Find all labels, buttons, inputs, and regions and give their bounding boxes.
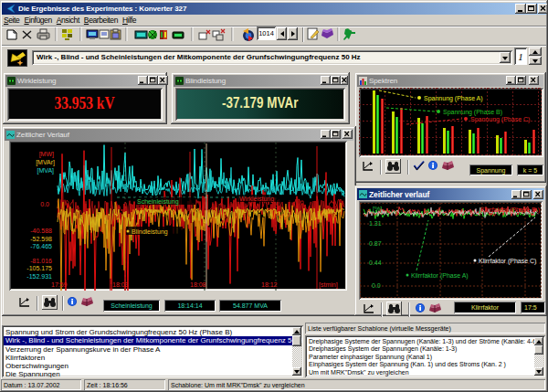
svg-text:[stmin]: [stmin] (319, 281, 338, 289)
svg-text:-105.175: -105.175 (26, 265, 52, 271)
svg-text:Wirkleistung: Wirkleistung (239, 196, 274, 203)
svg-text:-152.931: -152.931 (26, 273, 52, 280)
svg-text:-81.016: -81.016 (30, 258, 52, 264)
svg-text:Blindleistung: Blindleistung (132, 228, 168, 236)
svg-text:18:12: 18:12 (261, 281, 278, 288)
svg-text:Klirrfaktor (Phase A): Klirrfaktor (Phase A) (411, 272, 469, 280)
svg-text:Klirrfaktor (Phase B ): Klirrfaktor (Phase B ) (480, 207, 540, 214)
svg-text:0.0: 0.0 (40, 201, 49, 207)
svg-text:0.87: 0.87 (369, 240, 382, 247)
svg-text:Spannung (Phase A): Spannung (Phase A) (424, 95, 483, 102)
svg-text:1.31: 1.31 (369, 220, 382, 227)
svg-text:Spannung (Phase C): Spannung (Phase C) (470, 116, 530, 123)
svg-text:-76.465: -76.465 (30, 243, 52, 249)
svg-text:Spannung (Phase B): Spannung (Phase B) (443, 109, 502, 116)
svg-text:0.44: 0.44 (369, 260, 382, 266)
svg-text:Klirrfaktor (Phase C): Klirrfaktor (Phase C) (479, 258, 536, 265)
svg-text:18:08: 18:08 (190, 281, 206, 288)
svg-text:0.0: 0.0 (372, 282, 381, 289)
svg-text:[MVA]: [MVA] (37, 167, 54, 175)
svg-text:-52.598: -52.598 (30, 236, 52, 242)
svg-text:-40.588: -40.588 (30, 228, 52, 234)
svg-text:[MW]: [MW] (39, 151, 54, 158)
svg-text:18:03: 18:03 (112, 281, 129, 288)
svg-text:17:59: 17:59 (51, 281, 68, 288)
svg-text:[%]: [%] (373, 206, 382, 213)
svg-text:[MVAr]: [MVAr] (36, 159, 55, 166)
svg-text:Scheinleistung: Scheinleistung (137, 198, 179, 206)
